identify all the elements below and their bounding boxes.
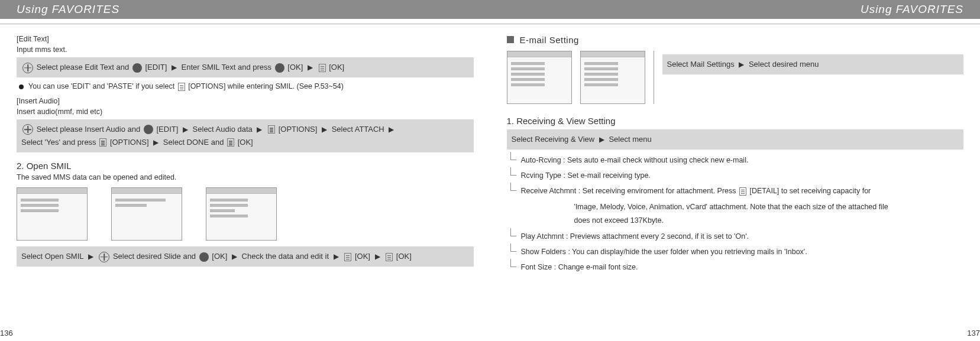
phone-mock	[206, 187, 277, 241]
receiving-bar: Select Receiving & View ▶ Select menu	[507, 129, 964, 150]
tree-text: Receive Atchmnt : Set receiving envirome…	[521, 187, 736, 195]
tree-text: Auto-Rcving : Sets auto e-mail check wit…	[521, 154, 749, 166]
left-page: Using FAVORITES [Edit Text] Input mms te…	[0, 0, 490, 341]
step-text: Select 'Yes' and press	[21, 138, 96, 147]
tree-item-auto-rcving: Auto-Rcving : Sets auto e-mail check wit…	[508, 154, 964, 166]
tree-branch-icon	[508, 186, 516, 194]
step-text: Select Receiving & View	[512, 135, 595, 144]
tree-branch-icon	[508, 155, 516, 164]
mail-settings-bar: Select Mail Settings ▶ Select desired me…	[662, 54, 964, 74]
square-marker-icon	[507, 36, 514, 43]
note-text: You can use 'EDIT' and 'PASTE' if you se…	[28, 82, 174, 90]
menu-key-icon	[178, 83, 185, 91]
nav-icon	[22, 124, 33, 135]
email-setting-header: E-mail Setting	[507, 35, 964, 45]
step-text: Select Mail Settings	[667, 60, 735, 69]
nav-icon	[22, 63, 33, 73]
step-text: Select please Edit Text and	[37, 63, 130, 72]
step-text: [EDIT]	[145, 63, 167, 72]
tree-branch-icon	[508, 262, 516, 271]
tree-branch-icon	[508, 247, 516, 255]
arrow-icon: ▶	[257, 124, 262, 135]
tree-text: Show Folders : You can display/hide the …	[521, 246, 807, 258]
open-smil-body: The saved MMS data can be opened and edi…	[17, 173, 474, 181]
step-text: Select menu	[609, 135, 651, 144]
step-text: Check the data and edit it	[242, 252, 329, 261]
arrow-icon: ▶	[232, 251, 237, 262]
tree-item-show-folders: Show Folders : You can display/hide the …	[508, 246, 964, 258]
note-line: You can use 'EDIT' and 'PASTE' if you se…	[19, 82, 474, 91]
step-text: [OK]	[212, 252, 227, 261]
step-text: Enter SMIL Text and press	[182, 63, 271, 72]
step-text: Select Open SMIL	[21, 252, 83, 261]
phone-mock	[17, 187, 88, 241]
phone-mock	[507, 51, 572, 104]
arrow-icon: ▶	[172, 61, 177, 73]
edit-text-body: Input mms text.	[17, 46, 474, 54]
step-text: [OK]	[238, 138, 253, 147]
arrow-icon: ▶	[334, 251, 339, 262]
step-text: Select DONE and	[163, 138, 224, 147]
edit-text-label: [Edit Text]	[17, 35, 474, 43]
email-setting-title: E-mail Setting	[520, 35, 579, 45]
page-number-right: 137	[967, 329, 980, 337]
insert-audio-body: Insert audio(mmf, mid etc)	[17, 108, 474, 116]
tree-branch-icon	[508, 232, 516, 240]
tree-text: Font Size : Change e-mail font size.	[521, 261, 638, 273]
arrow-icon: ▶	[375, 251, 380, 262]
menu-key-icon	[268, 125, 275, 134]
edit-text-steps: Select please Edit Text and [EDIT] ▶ Ent…	[17, 57, 474, 77]
menu-key-icon	[319, 64, 326, 72]
arrow-icon: ▶	[322, 124, 327, 135]
step-text: [OK]	[287, 63, 303, 72]
tree-branch-icon	[508, 171, 516, 179]
phone-screenshots	[17, 187, 474, 241]
open-smil-steps: Select Open SMIL ▶ Select desired Slide …	[17, 246, 474, 267]
tree-indent-line: 'Image, Melody, Voice, Animation, vCard'…	[574, 200, 964, 214]
tree-text: Play Atchmnt : Previews attachment every…	[521, 230, 749, 242]
open-smil-heading: 2. Open SMIL	[17, 161, 474, 171]
step-text: Select Audio data	[193, 125, 253, 134]
tree-text: Rcving Type : Set e-mail receiving type.	[521, 170, 651, 181]
step-text: Select desired Slide and	[113, 252, 196, 261]
bullet-icon	[19, 85, 24, 89]
step-text: Select ATTACH	[332, 125, 384, 134]
insert-audio-steps: Select please Insert Audio and [EDIT] ▶ …	[17, 119, 474, 152]
arrow-icon: ▶	[88, 251, 93, 262]
step-text: [EDIT]	[157, 125, 179, 134]
arrow-icon: ▶	[739, 59, 744, 70]
insert-audio-label: [Insert Audio]	[17, 97, 474, 105]
tree-text: [DETAIL] to set receiving capacity for	[750, 187, 871, 195]
center-key-icon	[132, 63, 142, 73]
right-page: Using FAVORITES E-mail Setting Select Ma…	[490, 0, 981, 341]
arrow-icon: ▶	[389, 124, 394, 135]
menu-key-icon	[386, 253, 393, 261]
page-number-left: 136	[0, 329, 13, 337]
note-text: [OPTIONS] while entering SMIL. (See P.53…	[188, 82, 344, 90]
tree-item-receive-atchmnt: Receive Atchmnt : Set receiving envirome…	[508, 185, 964, 197]
tree-item-font-size: Font Size : Change e-mail font size.	[508, 261, 964, 273]
divider	[0, 24, 490, 24]
tree-item-play-atchmnt: Play Atchmnt : Previews attachment every…	[508, 230, 964, 242]
settings-tree: Auto-Rcving : Sets auto e-mail check wit…	[508, 154, 964, 273]
phone-mock	[111, 187, 182, 241]
divider	[490, 24, 981, 24]
step-text: [OK]	[355, 252, 370, 261]
mail-settings-row: Select Mail Settings ▶ Select desired me…	[507, 51, 964, 104]
step-text: [OK]	[396, 252, 412, 261]
right-banner: Using FAVORITES	[490, 0, 981, 19]
arrow-icon: ▶	[308, 61, 313, 73]
nav-icon	[99, 252, 109, 262]
center-key-icon	[275, 63, 284, 73]
tree-item-rcving-type: Rcving Type : Set e-mail receiving type.	[508, 170, 964, 181]
menu-key-icon	[227, 138, 234, 147]
arrow-icon: ▶	[153, 137, 159, 148]
step-text: [OPTIONS]	[279, 125, 318, 134]
arrow-icon: ▶	[183, 124, 188, 135]
center-key-icon	[144, 125, 153, 134]
left-banner: Using FAVORITES	[0, 0, 490, 19]
receiving-heading: 1. Receiving & View Setting	[507, 116, 964, 126]
step-text: [OK]	[329, 63, 344, 72]
step-text: Select please Insert Audio and	[37, 125, 141, 134]
step-text: Select desired menu	[749, 60, 819, 69]
